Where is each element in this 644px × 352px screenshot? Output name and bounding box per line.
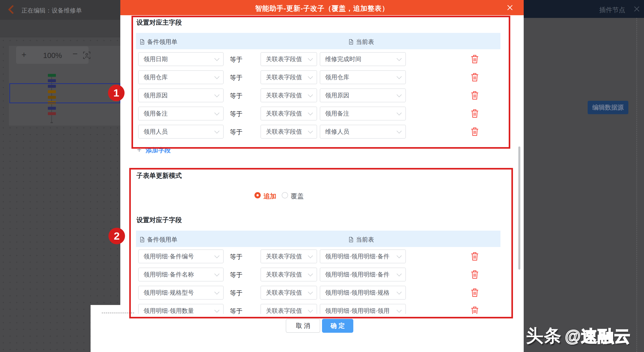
editor-toolbar <box>0 20 120 37</box>
trash-icon <box>471 109 478 118</box>
source-field-select[interactable]: 领用备注 <box>138 107 224 120</box>
target-field-select[interactable]: 领用明细·领用明细·规格 <box>320 286 406 300</box>
target-field-select[interactable]: 领用明细·领用明细·领用 <box>320 304 406 314</box>
source-field-select[interactable]: 领用明细·备件编号 <box>138 249 224 263</box>
source-field-select[interactable]: 领用明细·备件名称 <box>138 268 224 281</box>
field-mapping-row: 领用原因 等于 关联表字段值 领用原因 <box>136 88 500 102</box>
scrollbar-thumb[interactable] <box>518 146 520 270</box>
flow-node[interactable] <box>48 112 56 115</box>
watermark-brand: 头条 <box>526 326 562 345</box>
confirm-button[interactable]: 确 定 <box>322 319 353 333</box>
target-field-select[interactable]: 领用备注 <box>320 107 406 120</box>
trash-icon <box>471 73 478 82</box>
selection-rectangle <box>10 83 120 103</box>
target-field-select[interactable]: 维修完成时间 <box>320 52 406 66</box>
source-field-value: 领用备注 <box>139 109 214 118</box>
zoom-out-button[interactable]: − <box>72 49 78 58</box>
flow-node[interactable] <box>48 107 56 110</box>
trash-icon <box>471 288 478 297</box>
chevron-down-icon <box>397 56 402 61</box>
target-field-value: 领用明细·领用明细·备件 <box>320 270 396 279</box>
chevron-down-icon <box>308 74 313 79</box>
source-field-select[interactable]: 领用明细·规格型号 <box>138 286 224 300</box>
radio-append[interactable] <box>254 192 261 198</box>
value-type-select[interactable]: 关联表字段值 <box>260 107 317 120</box>
radio-overwrite[interactable] <box>282 192 288 198</box>
source-table-name: 备件领用单 <box>147 38 177 46</box>
trash-icon <box>471 252 478 261</box>
target-field-select[interactable]: 维修人员 <box>320 125 406 139</box>
back-arrow-icon[interactable] <box>8 5 17 14</box>
value-type-select[interactable]: 关联表字段值 <box>260 249 317 263</box>
target-field-value: 维修完成时间 <box>320 55 396 63</box>
modal-footer: 取 消 确 定 <box>120 314 524 352</box>
delete-row-button[interactable] <box>470 252 479 262</box>
delete-row-button[interactable] <box>470 306 479 314</box>
target-field-select[interactable]: 领用明细·领用明细·备件 <box>320 268 406 281</box>
value-type-select[interactable]: 关联表字段值 <box>260 268 317 281</box>
target-field-value: 领用明细·领用明细·规格 <box>320 289 396 297</box>
source-field-value: 领用明细·备件名称 <box>139 270 214 279</box>
chevron-down-icon <box>214 308 220 313</box>
modal-title: 智能助手-更新-子改子（覆盖，追加整表） <box>120 4 524 13</box>
delete-row-button[interactable] <box>470 54 479 64</box>
bottom-panel <box>90 305 120 352</box>
field-mapping-row: 领用明细·备件名称 等于 关联表字段值 领用明细·领用明细·备件 <box>136 268 500 281</box>
chevron-down-icon <box>214 289 220 295</box>
field-mapping-row: 领用明细·规格型号 等于 关联表字段值 领用明细·领用明细·规格 <box>136 286 500 300</box>
value-type-select[interactable]: 关联表字段值 <box>260 88 317 102</box>
delete-row-button[interactable] <box>470 91 479 101</box>
fit-view-icon[interactable] <box>83 52 90 59</box>
close-icon[interactable] <box>633 6 640 12</box>
field-mapping-row: 领用日期 等于 关联表字段值 维修完成时间 <box>136 52 500 66</box>
target-field-value: 领用备注 <box>320 109 396 118</box>
value-type-value: 关联表字段值 <box>261 270 307 279</box>
edit-datasource-button[interactable]: 编辑数据源 <box>588 101 628 114</box>
delete-row-button[interactable] <box>470 127 479 137</box>
source-table-name: 备件领用单 <box>147 236 177 244</box>
modal-header: 智能助手-更新-子改子（覆盖，追加整表） <box>120 0 524 15</box>
chevron-down-icon <box>214 110 220 116</box>
value-type-select[interactable]: 关联表字段值 <box>260 70 317 84</box>
delete-row-button[interactable] <box>470 73 479 82</box>
chevron-down-icon <box>214 92 220 97</box>
radio-overwrite-label[interactable]: 覆盖 <box>291 192 304 201</box>
delete-row-button[interactable] <box>470 288 479 298</box>
app-screen: 正在编辑：设备维修单 + 100% − 插件节点 编辑数据源 智能助手-更新-子… <box>0 0 644 352</box>
chevron-down-icon <box>308 271 313 277</box>
chevron-down-icon <box>308 110 313 116</box>
source-field-select[interactable]: 领用仓库 <box>138 70 224 84</box>
source-field-select[interactable]: 领用原因 <box>138 88 224 102</box>
field-mapping-row: 领用明细·领用数量 等于 关联表字段值 领用明细·领用明细·领用 <box>136 304 500 314</box>
target-field-select[interactable]: 领用仓库 <box>320 70 406 84</box>
value-type-select[interactable]: 关联表字段值 <box>260 125 317 139</box>
source-field-select[interactable]: 领用明细·领用数量 <box>138 304 224 314</box>
table-header: 备件领用单 当前表 <box>136 231 500 247</box>
value-type-value: 关联表字段值 <box>261 91 307 99</box>
value-type-select[interactable]: 关联表字段值 <box>260 52 317 66</box>
value-type-select[interactable]: 关联表字段值 <box>260 304 317 314</box>
trash-icon <box>471 91 478 100</box>
source-field-select[interactable]: 领用人员 <box>138 125 224 139</box>
table-header: 备件领用单 当前表 <box>136 33 500 49</box>
flow-node[interactable] <box>48 74 56 77</box>
delete-row-button[interactable] <box>470 109 479 119</box>
source-field-select[interactable]: 领用日期 <box>138 52 224 66</box>
target-field-select[interactable]: 领用明细·领用明细·备件 <box>320 249 406 263</box>
cancel-button[interactable]: 取 消 <box>286 319 320 333</box>
source-table-header: 备件领用单 <box>140 236 177 244</box>
flow-node[interactable] <box>48 79 56 82</box>
value-type-select[interactable]: 关联表字段值 <box>260 286 317 300</box>
drawer-title: 插件节点 <box>599 6 625 15</box>
zoom-in-button[interactable]: + <box>22 50 26 59</box>
chevron-down-icon <box>308 128 313 134</box>
delete-row-button[interactable] <box>470 270 479 280</box>
operator-label: 等于 <box>230 55 250 64</box>
target-field-select[interactable]: 领用原因 <box>320 88 406 102</box>
trash-icon <box>471 55 478 64</box>
close-icon[interactable] <box>506 4 513 11</box>
radio-append-label[interactable]: 追加 <box>264 192 276 201</box>
add-field-link[interactable]: + 添加字段 <box>137 146 170 154</box>
chevron-down-icon <box>308 56 313 61</box>
field-mapping-row: 领用明细·备件编号 等于 关联表字段值 领用明细·领用明细·备件 <box>136 249 500 263</box>
